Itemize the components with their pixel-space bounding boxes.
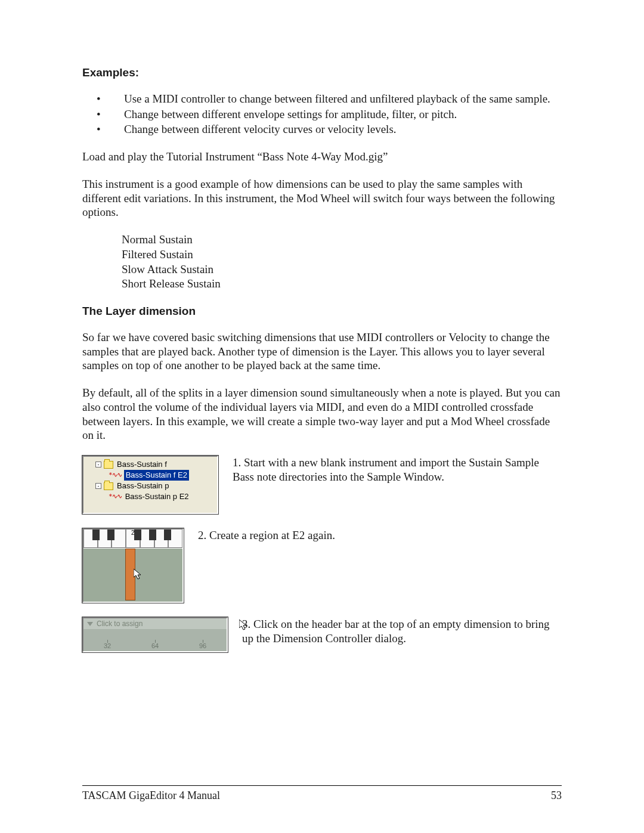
footer-title: TASCAM GigaEditor 4 Manual (82, 789, 220, 802)
folder-icon (104, 482, 113, 490)
tree-folder-row[interactable]: - Bass-Sustain p (87, 481, 213, 491)
heading-layer-dimension: The Layer dimension (82, 304, 562, 318)
collapse-icon[interactable]: - (95, 462, 101, 467)
waveform-icon: *∿∿ (109, 491, 122, 502)
dimension-body[interactable] (83, 629, 227, 640)
option-item: Slow Attack Sustain (122, 262, 562, 277)
figure-keyboard-region: 2 (82, 528, 184, 603)
cursor-icon (239, 620, 249, 631)
bullet-text: Use a MIDI controller to change between … (124, 92, 550, 105)
triangle-down-icon (87, 622, 93, 626)
list-item: Use a MIDI controller to change between … (111, 92, 562, 106)
dimension-ruler: 32 64 96 (83, 640, 227, 651)
options-list: Normal Sustain Filtered Sustain Slow Att… (122, 233, 562, 291)
tree-sample-label: Bass-Sustain p E2 (124, 491, 190, 502)
bullet-text: Change between different envelope settin… (124, 108, 457, 120)
step-1-text: 1. Start with a new blank instrument and… (233, 456, 562, 484)
page-footer: TASCAM GigaEditor 4 Manual 53 (82, 785, 562, 802)
note-number-label: 2 (131, 529, 135, 537)
click-to-assign-label: Click to assign (97, 620, 143, 628)
black-key[interactable] (149, 529, 156, 540)
dimension-header-bar[interactable]: Click to assign (83, 618, 227, 629)
paragraph-good-example: This instrument is a good example of how… (82, 177, 562, 219)
list-item: Change between different velocity curves… (111, 122, 562, 137)
waveform-icon: *∿∿ (109, 470, 122, 481)
paragraph-load-instrument: Load and play the Tutorial Instrument “B… (82, 150, 562, 164)
black-key[interactable] (92, 529, 100, 540)
tree-folder-label: Bass-Sustain f (116, 459, 168, 470)
page-number: 53 (551, 789, 562, 802)
collapse-icon[interactable]: - (95, 483, 101, 489)
ruler-tick: 32 (104, 642, 111, 649)
black-key[interactable] (134, 529, 141, 540)
list-item: Change between different envelope settin… (111, 107, 562, 122)
option-item: Filtered Sustain (122, 247, 562, 262)
bullet-text: Change between different velocity curves… (124, 123, 397, 135)
examples-bullet-list: Use a MIDI controller to change between … (82, 92, 562, 137)
figure-sample-tree: - Bass-Sustain f *∿∿ Bass-Sustain f E2 -… (82, 456, 218, 514)
tree-sample-row[interactable]: *∿∿ Bass-Sustain f E2 (87, 470, 213, 481)
option-item: Normal Sustain (122, 233, 562, 247)
option-item: Short Release Sustain (122, 277, 562, 291)
step-2-text: 2. Create a region at E2 again. (198, 528, 562, 543)
tree-sample-row[interactable]: *∿∿ Bass-Sustain p E2 (87, 491, 213, 502)
paragraph-layer-2: By default, all of the splits in a layer… (82, 386, 562, 442)
tree-folder-label: Bass-Sustain p (116, 481, 170, 491)
step-3-text: 3. Click on the header bar at the top of… (242, 617, 562, 646)
cursor-icon (134, 569, 143, 581)
heading-examples: Examples: (82, 66, 562, 80)
tree-folder-row[interactable]: - Bass-Sustain f (87, 459, 213, 470)
black-key[interactable] (164, 529, 171, 540)
figure-dimension-header: Click to assign 32 64 96 (82, 617, 228, 652)
folder-icon (104, 461, 113, 469)
paragraph-layer-1: So far we have covered basic switching d… (82, 330, 562, 373)
black-key[interactable] (107, 529, 114, 540)
tree-sample-label-selected: Bass-Sustain f E2 (124, 470, 189, 481)
ruler-tick: 64 (151, 642, 159, 649)
ruler-tick: 96 (199, 642, 206, 649)
